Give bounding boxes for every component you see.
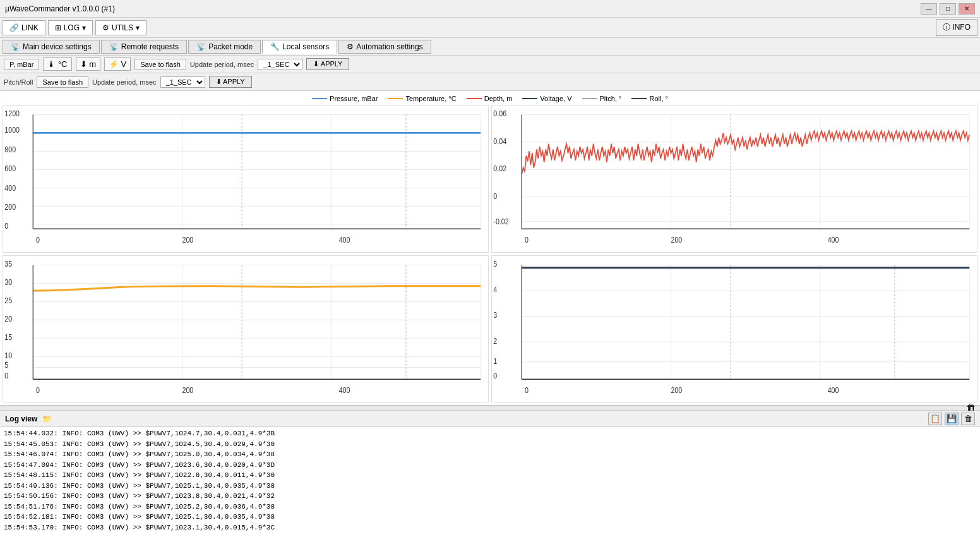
window-controls: — □ ✕ bbox=[921, 3, 975, 15]
remote-requests-icon: 📡 bbox=[109, 42, 119, 51]
svg-text:3: 3 bbox=[493, 310, 497, 320]
apply-button-2[interactable]: ⬇ APPLY bbox=[209, 76, 252, 88]
titlebar: µWaveCommander v1.0.0.0 (#1) — □ ✕ bbox=[0, 0, 980, 18]
log-header-left: Log view 📁 bbox=[5, 414, 52, 423]
pitch-roll-label: Pitch/Roll bbox=[4, 78, 33, 86]
toolbar-sensors: P, mBar 🌡 °C ⬇ m ⚡ V Save to flash Updat… bbox=[0, 56, 980, 73]
svg-text:200: 200 bbox=[4, 202, 16, 212]
log-line: 15:54:47.094: INFO: COM3 (UWV) >> $PUWV7… bbox=[4, 460, 976, 471]
svg-text:10: 10 bbox=[4, 351, 12, 360]
log-menu[interactable]: ⊞ LOG ▾ bbox=[48, 20, 93, 35]
update-period-select-2[interactable]: _1_SEC _2_SEC _5_SEC bbox=[160, 76, 205, 88]
log-line: 15:54:44.032: INFO: COM3 (UWV) >> $PUWV7… bbox=[4, 428, 976, 439]
update-period-select-1[interactable]: _1_SEC _2_SEC _5_SEC bbox=[258, 59, 302, 70]
log-line: 15:54:46.074: INFO: COM3 (UWV) >> $PUWV7… bbox=[4, 449, 976, 460]
svg-text:0.02: 0.02 bbox=[493, 164, 506, 173]
chart-legend: Pressure, mBar Temperature, °C Depth, m … bbox=[3, 94, 977, 105]
voltage-button[interactable]: ⚡ V bbox=[104, 57, 131, 71]
log-arrow-icon: ▾ bbox=[82, 23, 86, 32]
info-button[interactable]: ⓘ INFO bbox=[936, 19, 977, 36]
update-period-label-2: Update period, msec bbox=[92, 78, 157, 86]
svg-text:0: 0 bbox=[493, 370, 497, 380]
main-content: Pressure, mBar Temperature, °C Depth, m … bbox=[0, 91, 980, 556]
svg-text:0: 0 bbox=[36, 235, 40, 245]
svg-text:200: 200 bbox=[671, 235, 683, 245]
svg-text:5: 5 bbox=[493, 259, 497, 269]
link-icon: 🔗 bbox=[9, 23, 19, 32]
svg-text:400: 400 bbox=[828, 385, 839, 394]
minimize-button[interactable]: — bbox=[921, 3, 937, 15]
clear-log-button[interactable]: 🗑 bbox=[961, 413, 975, 425]
svg-text:1: 1 bbox=[493, 356, 497, 365]
log-line: 15:54:50.156: INFO: COM3 (UWV) >> $PUWV7… bbox=[4, 491, 976, 502]
legend-depth: Depth, m bbox=[467, 95, 513, 102]
log-icon: ⊞ bbox=[55, 23, 61, 32]
close-button[interactable]: ✕ bbox=[959, 3, 975, 15]
copy-log-button[interactable]: 📋 bbox=[928, 413, 942, 425]
log-line: 15:54:53.170: INFO: COM3 (UWV) >> $PUWV7… bbox=[4, 523, 976, 533]
temperature-chart: 35 30 25 20 15 10 5 0 0 200 400 bbox=[3, 255, 489, 403]
svg-text:0.06: 0.06 bbox=[493, 109, 506, 118]
svg-text:-0.02: -0.02 bbox=[493, 217, 508, 226]
svg-text:5: 5 bbox=[4, 360, 8, 369]
depth-button[interactable]: ⬇ m bbox=[76, 57, 100, 71]
divider[interactable]: 🗑 bbox=[0, 406, 980, 411]
svg-text:0: 0 bbox=[493, 191, 497, 201]
svg-text:0: 0 bbox=[4, 370, 8, 380]
save-log-button[interactable]: 💾 bbox=[945, 413, 959, 425]
log-folder-icon[interactable]: 📁 bbox=[42, 414, 52, 423]
svg-text:200: 200 bbox=[182, 235, 194, 245]
utils-arrow-icon: ▾ bbox=[136, 23, 140, 32]
legend-pressure: Pressure, mBar bbox=[312, 95, 378, 102]
svg-text:35: 35 bbox=[4, 259, 12, 269]
link-menu[interactable]: 🔗 LINK bbox=[3, 20, 45, 35]
menubar: 🔗 LINK ⊞ LOG ▾ ⚙ UTILS ▾ ⓘ INFO bbox=[0, 18, 980, 38]
utils-menu[interactable]: ⚙ UTILS ▾ bbox=[95, 20, 146, 35]
svg-text:0: 0 bbox=[36, 385, 40, 394]
svg-text:25: 25 bbox=[4, 296, 12, 305]
log-header: Log view 📁 📋 💾 🗑 bbox=[0, 411, 980, 427]
svg-text:1000: 1000 bbox=[4, 125, 20, 135]
log-line: 15:54:52.181: INFO: COM3 (UWV) >> $PUWV7… bbox=[4, 512, 976, 523]
svg-text:15: 15 bbox=[4, 332, 12, 342]
local-sensors-icon: 🔧 bbox=[270, 42, 280, 51]
maximize-button[interactable]: □ bbox=[940, 3, 956, 15]
svg-text:4: 4 bbox=[493, 284, 497, 294]
svg-text:400: 400 bbox=[339, 385, 350, 394]
log-area: Log view 📁 📋 💾 🗑 15:54:44.032: INFO: COM… bbox=[0, 411, 980, 556]
utils-icon: ⚙ bbox=[102, 23, 109, 32]
pitch-roll-chart: 0.06 0.04 0.02 0 -0.02 0 200 400 bbox=[491, 105, 977, 253]
log-line: 15:54:48.115: INFO: COM3 (UWV) >> $PUWV7… bbox=[4, 470, 976, 481]
charts-grid: 1200 1000 800 600 400 200 0 0 200 400 bbox=[3, 105, 977, 402]
svg-text:200: 200 bbox=[182, 385, 194, 394]
save-flash-button-2[interactable]: Save to flash bbox=[37, 76, 88, 88]
tab-packet-mode[interactable]: 📡 Packet mode bbox=[188, 40, 261, 54]
save-flash-button-1[interactable]: Save to flash bbox=[134, 59, 186, 70]
apply-button-1[interactable]: ⬇ APPLY bbox=[306, 58, 349, 70]
app-title: µWaveCommander v1.0.0.0 (#1) bbox=[5, 4, 115, 13]
log-line: 15:54:49.136: INFO: COM3 (UWV) >> $PUWV7… bbox=[4, 481, 976, 492]
svg-text:800: 800 bbox=[4, 145, 16, 154]
pressure-button[interactable]: P, mBar bbox=[4, 59, 39, 70]
automation-icon: ⚙ bbox=[347, 42, 354, 51]
svg-text:400: 400 bbox=[4, 183, 16, 193]
svg-text:0.04: 0.04 bbox=[493, 136, 506, 146]
tab-main-device[interactable]: 📡 Main device settings bbox=[3, 40, 100, 54]
legend-temperature: Temperature, °C bbox=[388, 95, 456, 102]
packet-mode-icon: 📡 bbox=[196, 42, 206, 51]
svg-text:600: 600 bbox=[4, 164, 16, 173]
legend-voltage: Voltage, V bbox=[522, 95, 571, 102]
svg-text:200: 200 bbox=[671, 385, 683, 394]
log-view-title: Log view bbox=[5, 414, 37, 423]
main-device-icon: 📡 bbox=[11, 42, 20, 51]
tab-remote-requests[interactable]: 📡 Remote requests bbox=[101, 40, 187, 54]
temperature-button[interactable]: 🌡 °C bbox=[43, 57, 71, 71]
legend-pitch: Pitch, ° bbox=[582, 95, 622, 102]
svg-text:400: 400 bbox=[339, 235, 350, 245]
log-content[interactable]: 15:54:44.032: INFO: COM3 (UWV) >> $PUWV7… bbox=[0, 427, 980, 556]
tab-local-sensors[interactable]: 🔧 Local sensors bbox=[262, 40, 337, 54]
svg-text:0: 0 bbox=[4, 221, 8, 231]
tab-bar: 📡 Main device settings 📡 Remote requests… bbox=[0, 38, 980, 56]
tab-automation[interactable]: ⚙ Automation settings bbox=[338, 40, 431, 54]
svg-text:30: 30 bbox=[4, 277, 12, 287]
